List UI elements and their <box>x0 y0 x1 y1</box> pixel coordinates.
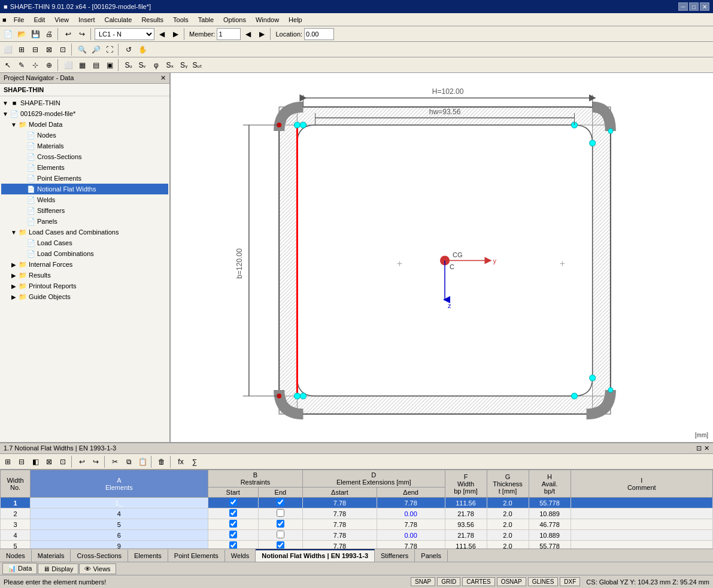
menu-item-table[interactable]: Table <box>193 15 219 25</box>
tree-item-printout-reports[interactable]: ▶📁Printout Reports <box>1 281 168 291</box>
t3-btn7[interactable]: ▤ <box>89 59 102 72</box>
tb2-btn1[interactable]: ⬜ <box>1 43 14 56</box>
cell-element[interactable]: 9 <box>31 541 208 549</box>
tb2-btn3[interactable]: ⊟ <box>29 43 42 56</box>
location-input[interactable] <box>304 28 334 40</box>
nav-tab-display[interactable]: 🖥 Display <box>38 563 78 574</box>
tab-nodes[interactable]: Nodes <box>0 549 32 562</box>
t3-btn1[interactable]: ↖ <box>1 59 14 72</box>
table-row[interactable]: 357.787.7893.562.046.778 <box>1 519 713 530</box>
pan[interactable]: ✋ <box>136 43 149 56</box>
t3-btn6[interactable]: ▦ <box>75 59 89 72</box>
open-btn[interactable]: 📂 <box>15 28 28 41</box>
table-row[interactable]: 11_7.787.78111.562.055.778 <box>1 498 713 508</box>
tree-expand-icon[interactable] <box>18 142 26 150</box>
t3-btn9[interactable]: Sᵤ <box>122 59 135 72</box>
tree-expand-icon[interactable]: ▼ <box>10 120 18 129</box>
bt-btn3[interactable]: ◧ <box>29 455 42 468</box>
bt-btn4[interactable]: ⊠ <box>43 455 56 468</box>
tree-expand-icon[interactable] <box>18 163 26 172</box>
menu-item-help[interactable]: Help <box>284 15 307 25</box>
new-btn[interactable]: 📄 <box>1 28 14 41</box>
tree-item-nodes[interactable]: 📄Nodes <box>1 130 168 141</box>
print-btn[interactable]: 🖨 <box>43 28 56 41</box>
tree-item-load-combinations[interactable]: 📄Load Combinations <box>1 248 168 259</box>
tree-expand-icon[interactable] <box>18 206 26 215</box>
menu-item-window[interactable]: Window <box>251 15 284 25</box>
float-btn[interactable]: ⊡ <box>696 444 702 452</box>
close-button[interactable]: ✕ <box>700 2 709 11</box>
nav-tab-views[interactable]: 👁 Views <box>79 563 116 574</box>
t3-btn3[interactable]: ⊹ <box>29 59 42 72</box>
zoom-fit[interactable]: ⛶ <box>103 43 116 56</box>
t3-btn5[interactable]: ⬜ <box>62 59 75 72</box>
menu-item-file[interactable]: File <box>9 15 29 25</box>
menu-item-view[interactable]: View <box>50 15 74 25</box>
undo-btn[interactable]: ↩ <box>62 28 75 41</box>
bt-import[interactable]: ↩ <box>75 455 89 468</box>
t3-btn11[interactable]: φ <box>150 59 163 72</box>
tree-item-guide-objects[interactable]: ▶📁Guide Objects <box>1 291 168 302</box>
table-row[interactable]: 467.780.0021.782.010.889 <box>1 530 713 541</box>
tree-expand-icon[interactable]: ▶ <box>10 271 18 279</box>
menu-item-insert[interactable]: Insert <box>74 15 100 25</box>
t3-btn13[interactable]: Sᵧ <box>177 59 190 72</box>
tab-notional-flat-widths[interactable]: Notional Flat Widths | EN 1993-1-3 <box>256 549 375 562</box>
zoom-in[interactable]: 🔍 <box>75 43 89 56</box>
bt-export[interactable]: ↪ <box>89 455 102 468</box>
member-next[interactable]: ▶ <box>255 28 268 41</box>
tree-expand-icon[interactable]: ▼ <box>10 228 18 236</box>
cell-start[interactable] <box>208 508 258 519</box>
tree-expand-icon[interactable] <box>18 174 26 182</box>
tree-item-cross-sections[interactable]: 📄Cross-Sections <box>1 151 168 162</box>
bt-btn2[interactable]: ⊟ <box>15 455 28 468</box>
t3-btn10[interactable]: Sᵥ <box>136 59 149 72</box>
tree-item-load-cases[interactable]: 📄Load Cases <box>1 237 168 248</box>
tree-item-internal-forces[interactable]: ▶📁Internal Forces <box>1 259 168 270</box>
bt-fx[interactable]: fx <box>174 455 187 468</box>
table-row[interactable]: 597.787.78111.562.055.778 <box>1 541 713 549</box>
tree-item-load-cases-and-combinations[interactable]: ▼📁Load Cases and Combinations <box>1 227 168 237</box>
cell-element[interactable]: 5 <box>31 519 208 530</box>
tb2-btn5[interactable]: ⊡ <box>56 43 69 56</box>
tab-point-elements[interactable]: Point Elements <box>168 549 225 562</box>
tree-expand-icon[interactable] <box>18 239 26 247</box>
cell-start[interactable] <box>208 530 258 541</box>
tree-item-point-elements[interactable]: 📄Point Elements <box>1 173 168 184</box>
member-input[interactable] <box>217 28 241 40</box>
status-btn-osnap[interactable]: OSNAP <box>497 577 526 586</box>
bt-copy[interactable]: ⧉ <box>122 455 135 468</box>
bt-cut[interactable]: ✂ <box>108 455 122 468</box>
table-row[interactable]: 247.780.0021.782.010.889 <box>1 508 713 519</box>
cell-end[interactable] <box>258 530 302 541</box>
cell-start[interactable] <box>208 519 258 530</box>
tree-item-001629-model-file*[interactable]: ▼📄001629-model-file* <box>1 108 168 119</box>
tab-cross-sections[interactable]: Cross-Sections <box>71 549 128 562</box>
bt-paste[interactable]: 📋 <box>136 455 149 468</box>
t3-btn12[interactable]: Sₓ <box>163 59 177 72</box>
next-btn[interactable]: ▶ <box>169 28 182 41</box>
tree-item-panels[interactable]: 📄Panels <box>1 216 168 227</box>
tab-materials[interactable]: Materials <box>32 549 71 562</box>
bt-btn1[interactable]: ⊞ <box>1 455 14 468</box>
status-btn-glines[interactable]: GLINES <box>528 577 559 586</box>
tree-expand-icon[interactable] <box>18 131 26 139</box>
tree-expand-icon[interactable]: ▶ <box>10 282 18 290</box>
t3-btn8[interactable]: ▣ <box>103 59 116 72</box>
status-btn-cartes[interactable]: CARTES <box>462 577 494 586</box>
cell-end[interactable] <box>258 498 302 508</box>
tree-expand-icon[interactable] <box>18 185 26 193</box>
redo-btn[interactable]: ↪ <box>75 28 89 41</box>
tree-item-stiffeners[interactable]: 📄Stiffeners <box>1 205 168 216</box>
menu-item-calculate[interactable]: Calculate <box>100 15 137 25</box>
lc-select[interactable]: LC1 - N <box>95 28 154 40</box>
tree-item-notional-flat-widths[interactable]: 📄Notional Flat Widths <box>1 184 168 194</box>
cell-start[interactable] <box>208 541 258 549</box>
menu-item-tools[interactable]: Tools <box>168 15 193 25</box>
tab-stiffeners[interactable]: Stiffeners <box>375 549 415 562</box>
prev-btn[interactable]: ◀ <box>155 28 168 41</box>
tree-expand-icon[interactable]: ▼ <box>1 109 10 118</box>
bt-formula[interactable]: ∑ <box>188 455 201 468</box>
status-btn-snap[interactable]: SNAP <box>411 577 435 586</box>
cell-end[interactable] <box>258 541 302 549</box>
